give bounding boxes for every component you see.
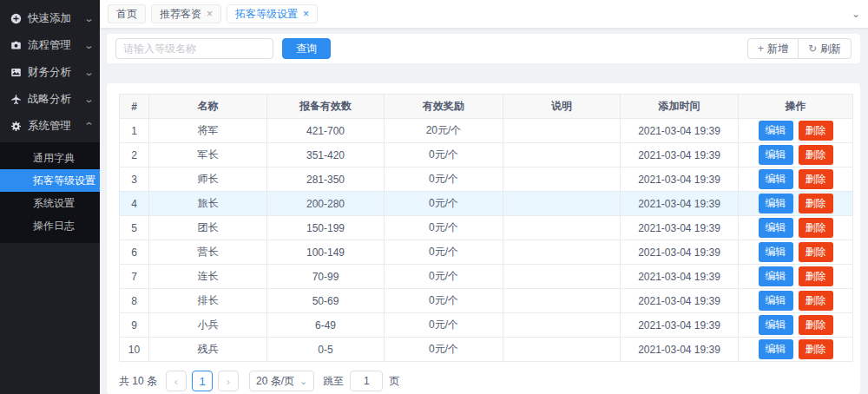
cell-actions: 编辑删除 bbox=[739, 289, 853, 313]
sidebar-item-label: 战略分析 bbox=[28, 92, 85, 107]
content-area: 查询 + 新增 ↻ 刷新 # bbox=[100, 28, 868, 394]
cell-index: 2 bbox=[120, 143, 149, 167]
search-input[interactable] bbox=[115, 38, 273, 59]
cell-time: 2021-03-04 19:39 bbox=[621, 265, 739, 289]
chevron-left-icon: ‹ bbox=[174, 375, 178, 388]
delete-button[interactable]: 删除 bbox=[799, 145, 833, 165]
cell-time: 2021-03-04 19:39 bbox=[621, 119, 739, 143]
plus-circle-icon bbox=[10, 13, 22, 25]
cell-name: 营长 bbox=[149, 240, 267, 265]
cell-reward: 0元/个 bbox=[385, 289, 503, 313]
table-row: 7连长70-990元/个2021-03-04 19:39编辑删除 bbox=[120, 265, 853, 289]
sidebar-item-system[interactable]: 系统管理 ⌃ bbox=[0, 113, 100, 140]
cell-desc bbox=[503, 119, 621, 143]
delete-button[interactable]: 删除 bbox=[799, 121, 833, 141]
cell-name: 将军 bbox=[149, 119, 267, 143]
delete-button[interactable]: 删除 bbox=[799, 315, 833, 335]
add-button[interactable]: + 新增 bbox=[747, 38, 799, 59]
edit-button[interactable]: 编辑 bbox=[759, 266, 793, 286]
cell-time: 2021-03-04 19:39 bbox=[621, 240, 739, 265]
table-row: 9小兵6-490元/个2021-03-04 19:39编辑删除 bbox=[120, 313, 853, 338]
table-row: 8排长50-690元/个2021-03-04 19:39编辑删除 bbox=[120, 289, 853, 313]
delete-button[interactable]: 删除 bbox=[799, 169, 833, 189]
chevron-down-icon: ⌄ bbox=[83, 40, 94, 51]
cell-reward: 0元/个 bbox=[385, 167, 503, 192]
chevron-down-icon: ⌄ bbox=[83, 94, 94, 105]
edit-button[interactable]: 编辑 bbox=[759, 242, 793, 262]
cell-name: 旅长 bbox=[149, 192, 267, 216]
chevron-down-icon: ⌄ bbox=[83, 13, 94, 24]
cell-time: 2021-03-04 19:39 bbox=[621, 192, 739, 216]
cell-time: 2021-03-04 19:39 bbox=[621, 143, 739, 167]
edit-button[interactable]: 编辑 bbox=[759, 291, 793, 311]
page-button-1[interactable]: 1 bbox=[192, 371, 213, 391]
edit-button[interactable]: 编辑 bbox=[759, 121, 793, 141]
edit-button[interactable]: 编辑 bbox=[759, 145, 793, 165]
sidebar-item-quick-add[interactable]: 快速添加 ⌄ bbox=[0, 5, 100, 32]
cell-reward: 0元/个 bbox=[385, 265, 503, 289]
chevron-down-icon: ⌄ bbox=[299, 376, 307, 387]
jump-page-input[interactable] bbox=[350, 371, 383, 391]
chevron-down-icon: ⌄ bbox=[83, 67, 94, 78]
sidebar-item-label: 财务分析 bbox=[28, 65, 85, 80]
next-page-button[interactable]: › bbox=[218, 371, 239, 391]
tab-recommend[interactable]: 推荐客资 × bbox=[151, 4, 221, 23]
sidebar-item-operation-log[interactable]: 操作日志 bbox=[0, 214, 100, 237]
cell-time: 2021-03-04 19:39 bbox=[621, 289, 739, 313]
cell-actions: 编辑删除 bbox=[739, 313, 853, 338]
delete-button[interactable]: 删除 bbox=[799, 339, 833, 359]
search-button[interactable]: 查询 bbox=[282, 38, 331, 59]
pagination-total: 共 10 条 bbox=[119, 374, 157, 389]
sidebar-item-process[interactable]: 流程管理 ⌄ bbox=[0, 32, 100, 59]
plane-icon bbox=[10, 94, 22, 106]
sidebar-item-dictionary[interactable]: 通用字典 bbox=[0, 147, 100, 169]
prev-page-button[interactable]: ‹ bbox=[166, 371, 187, 391]
delete-button[interactable]: 删除 bbox=[799, 218, 833, 238]
table-row: 4旅长200-2800元/个2021-03-04 19:39编辑删除 bbox=[120, 192, 853, 216]
cell-range: 0-5 bbox=[267, 338, 385, 362]
cell-actions: 编辑删除 bbox=[739, 265, 853, 289]
page-size-select[interactable]: 20 条/页 ⌄ bbox=[249, 371, 314, 391]
image-icon bbox=[10, 67, 22, 79]
delete-button[interactable]: 删除 bbox=[799, 194, 833, 213]
sidebar-item-label: 系统管理 bbox=[28, 119, 85, 134]
edit-button[interactable]: 编辑 bbox=[759, 218, 793, 238]
delete-button[interactable]: 删除 bbox=[799, 242, 833, 262]
cell-actions: 编辑删除 bbox=[739, 216, 853, 240]
edit-button[interactable]: 编辑 bbox=[759, 169, 793, 189]
tab-home[interactable]: 首页 bbox=[108, 4, 146, 23]
cell-index: 10 bbox=[120, 338, 149, 362]
refresh-button[interactable]: ↻ 刷新 bbox=[798, 38, 852, 59]
sidebar-item-level-settings[interactable]: 拓客等级设置 bbox=[0, 169, 100, 192]
close-icon[interactable]: × bbox=[207, 9, 213, 19]
cell-name: 排长 bbox=[149, 289, 267, 313]
cell-name: 师长 bbox=[149, 167, 267, 192]
edit-button[interactable]: 编辑 bbox=[759, 339, 793, 359]
delete-button[interactable]: 删除 bbox=[799, 266, 833, 286]
sidebar-item-system-settings[interactable]: 系统设置 bbox=[0, 192, 100, 214]
system-submenu: 通用字典 拓客等级设置 系统设置 操作日志 bbox=[0, 142, 100, 243]
close-icon[interactable]: × bbox=[303, 9, 309, 19]
table-row: 2军长351-4200元/个2021-03-04 19:39编辑删除 bbox=[120, 143, 853, 167]
delete-button[interactable]: 删除 bbox=[799, 291, 833, 311]
page-jump: 跳至 页 bbox=[323, 371, 399, 391]
cell-index: 8 bbox=[120, 289, 149, 313]
chevron-right-icon: › bbox=[227, 375, 230, 388]
table-card: # 名称 报备有效数 有效奖励 说明 添加时间 操作 1将军421-70020元… bbox=[107, 83, 860, 394]
cell-name: 残兵 bbox=[149, 338, 267, 362]
cell-index: 6 bbox=[120, 240, 149, 265]
cell-desc bbox=[503, 240, 621, 265]
edit-button[interactable]: 编辑 bbox=[759, 194, 793, 213]
cell-name: 连长 bbox=[149, 265, 267, 289]
cell-index: 1 bbox=[120, 119, 149, 143]
edit-button[interactable]: 编辑 bbox=[759, 315, 793, 335]
cell-range: 150-199 bbox=[267, 216, 385, 240]
cell-desc bbox=[503, 313, 621, 338]
chevron-down-icon[interactable]: ⌄ bbox=[852, 8, 860, 20]
sidebar-item-label: 快速添加 bbox=[28, 11, 85, 26]
main-area: 首页 推荐客资 × 拓客等级设置 × ⌄ 查询 + 新增 bbox=[100, 0, 868, 394]
sidebar-item-strategy[interactable]: 战略分析 ⌄ bbox=[0, 86, 100, 113]
sidebar-item-label: 流程管理 bbox=[28, 38, 85, 53]
sidebar-item-finance[interactable]: 财务分析 ⌄ bbox=[0, 59, 100, 86]
tab-level-settings[interactable]: 拓客等级设置 × bbox=[227, 4, 318, 23]
